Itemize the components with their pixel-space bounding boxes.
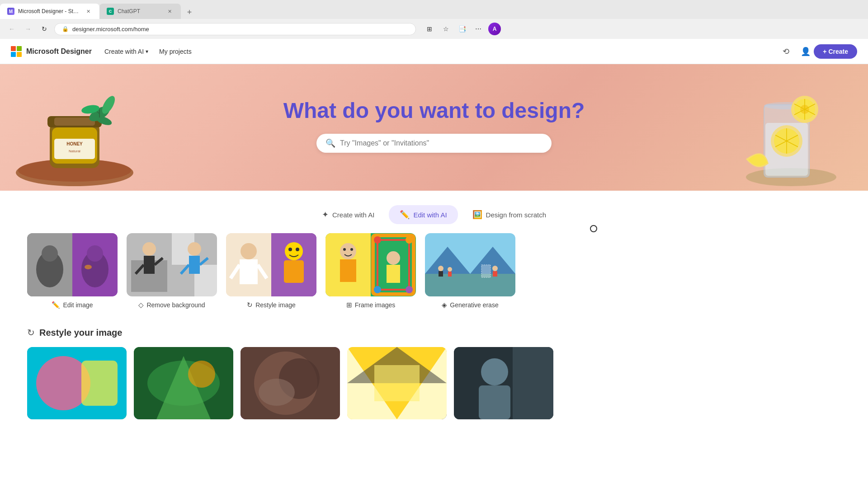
card-remove-bg[interactable]: ◇ Remove background <box>127 233 217 309</box>
svg-rect-49 <box>189 256 200 274</box>
create-button-label: + Create <box>823 48 848 55</box>
extensions-icon[interactable]: ⊞ <box>423 23 436 35</box>
restyle-card-2[interactable] <box>134 347 233 419</box>
tab-create-ai-label: Create with AI <box>332 211 374 219</box>
back-button[interactable]: ← <box>5 23 18 35</box>
card-remove-bg-img <box>127 233 217 296</box>
tab-favicon-designer: M <box>7 8 14 15</box>
svg-point-58 <box>285 242 303 260</box>
collections-icon[interactable]: 📑 <box>456 23 468 35</box>
tab-title-designer: Microsoft Designer - Stunning... <box>18 8 80 14</box>
favorites-icon[interactable]: ☆ <box>439 23 452 35</box>
svg-point-79 <box>438 266 443 271</box>
card-restyle-img <box>226 233 316 296</box>
svg-point-95 <box>188 361 215 388</box>
hero-decor-left: HONEY Natural <box>9 69 140 191</box>
svg-rect-88 <box>481 265 491 277</box>
svg-rect-41 <box>144 256 155 274</box>
design-scratch-icon: 🖼️ <box>472 210 482 220</box>
search-input[interactable] <box>340 139 542 147</box>
restyle-card-1[interactable] <box>27 347 127 419</box>
svg-rect-80 <box>439 271 443 277</box>
card-edit-image-label: ✏️ Edit image <box>52 301 93 309</box>
address-bar[interactable]: 🔒 designer.microsoft.com/home <box>54 23 416 35</box>
restyle-card-4[interactable] <box>347 347 447 419</box>
svg-rect-84 <box>470 274 515 296</box>
lock-icon: 🔒 <box>62 26 69 32</box>
svg-point-72 <box>374 286 381 293</box>
cards-grid: ✏️ Edit image <box>0 233 868 318</box>
brand: Microsoft Designer <box>11 46 92 57</box>
tab-microsoft-designer[interactable]: M Microsoft Designer - Stunning... ✕ <box>0 4 99 19</box>
svg-point-70 <box>374 236 381 244</box>
svg-rect-54 <box>240 259 258 284</box>
svg-point-86 <box>492 266 498 271</box>
new-tab-button[interactable]: + <box>183 5 196 19</box>
hero-section: HONEY Natural <box>0 64 868 191</box>
tab-design-scratch[interactable]: 🖼️ Design from scratch <box>462 205 557 224</box>
card-frame-img <box>326 233 416 296</box>
create-ai-icon: ✦ <box>322 210 329 220</box>
more-icon[interactable]: ⋯ <box>472 23 485 35</box>
hero-decor-right <box>732 69 845 191</box>
tab-title-chatgpt: ChatGPT <box>118 8 162 14</box>
logo-quadrant-1 <box>11 46 16 51</box>
svg-rect-82 <box>448 272 452 277</box>
card-edit-image-img <box>27 233 118 296</box>
create-button[interactable]: + Create <box>814 44 857 59</box>
card-edit-image[interactable]: ✏️ Edit image <box>27 233 118 309</box>
tab-edit-ai[interactable]: ✏️ Edit with AI <box>389 205 458 224</box>
card-erase-label: ◈ Generative erase <box>442 301 498 309</box>
logo-quadrant-4 <box>17 52 22 57</box>
svg-rect-77 <box>425 274 470 296</box>
hero-title: What do you want to design? <box>283 98 585 123</box>
tab-close-chatgpt[interactable]: ✕ <box>165 7 174 15</box>
card-restyle[interactable]: ↻ Restyle image <box>226 233 316 309</box>
restyle-card-5[interactable] <box>454 347 553 419</box>
svg-point-48 <box>188 242 201 256</box>
tab-design-scratch-label: Design from scratch <box>486 211 546 219</box>
svg-rect-75 <box>387 265 400 283</box>
nav-create-ai[interactable]: Create with AI ▾ <box>99 45 154 58</box>
tab-edit-ai-label: Edit with AI <box>413 211 447 219</box>
svg-point-63 <box>340 243 356 259</box>
restyle-section: ↻ Restyle your image <box>0 318 868 428</box>
card-erase-icon: ◈ <box>442 301 447 309</box>
svg-rect-103 <box>374 365 420 401</box>
svg-point-40 <box>142 242 156 256</box>
edit-ai-icon: ✏️ <box>400 210 410 220</box>
profile-icon[interactable]: 👤 <box>797 43 814 60</box>
forward-button[interactable]: → <box>22 23 34 35</box>
card-edit-image-icon: ✏️ <box>52 301 60 309</box>
share-icon[interactable]: ⟲ <box>778 43 794 60</box>
svg-point-71 <box>406 236 413 244</box>
brand-name: Microsoft Designer <box>26 47 92 56</box>
address-bar-row: ← → ↻ 🔒 designer.microsoft.com/home ⊞ ☆ … <box>0 19 868 39</box>
microsoft-logo <box>11 46 22 57</box>
logo-quadrant-3 <box>11 52 16 57</box>
browser-actions: ⊞ ☆ 📑 ⋯ A <box>423 23 501 35</box>
restyle-section-icon: ↻ <box>27 327 35 338</box>
reload-button[interactable]: ↻ <box>38 23 51 35</box>
tab-create-ai[interactable]: ✦ Create with AI <box>311 205 385 224</box>
card-erase[interactable]: ◈ Generative erase <box>425 233 515 309</box>
svg-point-60 <box>296 248 299 251</box>
svg-rect-87 <box>493 271 497 277</box>
card-frame[interactable]: ⊞ Frame images <box>326 233 416 309</box>
tab-close-designer[interactable]: ✕ <box>84 7 92 15</box>
svg-point-36 <box>87 245 103 262</box>
card-remove-bg-label: ◇ Remove background <box>138 301 205 309</box>
svg-text:Natural: Natural <box>69 149 80 153</box>
restyle-card-3[interactable] <box>241 347 340 419</box>
svg-rect-107 <box>479 385 510 419</box>
hero-center: What do you want to design? 🔍 <box>283 98 585 153</box>
profile-avatar[interactable]: A <box>488 23 501 35</box>
card-restyle-icon: ↻ <box>247 301 253 309</box>
svg-point-99 <box>259 379 295 406</box>
nav-projects-label: My projects <box>159 48 192 55</box>
tab-chatgpt[interactable]: C ChatGPT ✕ <box>99 4 181 19</box>
app-header: Microsoft Designer Create with AI ▾ My p… <box>0 39 868 64</box>
svg-point-106 <box>481 358 508 385</box>
svg-point-74 <box>387 251 400 265</box>
nav-projects[interactable]: My projects <box>154 45 197 58</box>
